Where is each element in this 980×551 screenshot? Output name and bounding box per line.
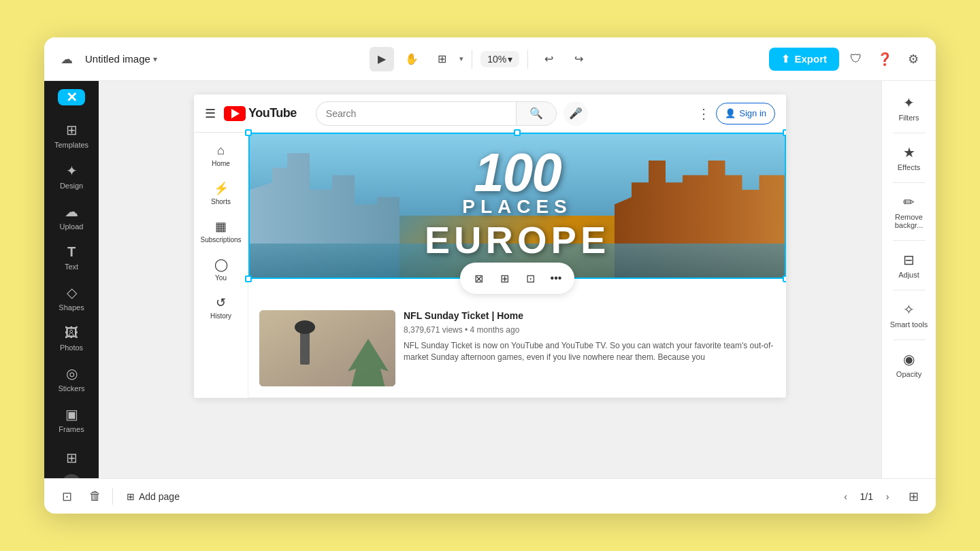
panel-divider4 — [893, 290, 926, 290]
zoom-control[interactable]: 10% ▾ — [480, 51, 519, 67]
page-copy-button[interactable]: ⊡ — [55, 485, 78, 508]
bottom-bar-right: ‹ 1/1 › ⊞ — [836, 485, 925, 508]
right-panel-effects[interactable]: ★ Effects — [885, 139, 934, 177]
yt-play-icon — [231, 109, 240, 118]
crop-tool-button[interactable]: ⊠ — [467, 267, 490, 290]
floating-toolbar: ⊠ ⊞ ⊡ ••• — [460, 263, 574, 294]
yt-mic-button[interactable]: 🎤 — [564, 101, 588, 126]
help-button[interactable]: ❓ — [873, 48, 896, 71]
more-tool-button[interactable]: ••• — [544, 267, 568, 290]
right-panel-filters[interactable]: ✦ Filters — [885, 89, 934, 127]
shield-button[interactable]: 🛡 — [845, 48, 868, 71]
yt-hamburger-icon[interactable]: ☰ — [205, 106, 216, 121]
right-panel-remove-bg[interactable]: ✏ Remove backgr... — [885, 188, 934, 235]
grid-tool-button[interactable]: ⊞ — [493, 267, 516, 290]
selection-handle-tm[interactable] — [514, 129, 521, 136]
panel-divider2 — [893, 182, 926, 183]
yt-nav-subscriptions[interactable]: ▦ Subscriptions — [197, 214, 246, 249]
sidebar-item-shapes[interactable]: ◇ Shapes — [48, 279, 95, 317]
yt-main: 100 Places Europe — [248, 133, 786, 398]
banner-selection[interactable]: 100 Places Europe — [248, 133, 786, 279]
select-tool-button[interactable]: ▶ — [370, 47, 394, 71]
yt-nav-home[interactable]: ⌂ Home — [197, 138, 246, 173]
page-indicator: 1/1 — [860, 491, 873, 502]
text-label: Text — [65, 263, 78, 271]
youtube-mockup: ☰ YouTube 🔍 🎤 ⋮ — [194, 95, 786, 398]
yt-history-icon: ↺ — [216, 295, 226, 310]
add-page-label: Add page — [139, 491, 180, 502]
sidebar-item-more[interactable]: ⊞ — [48, 444, 95, 471]
yt-you-label: You — [215, 274, 227, 282]
panel-divider — [893, 133, 926, 133]
wrap-tool-button[interactable]: ⊡ — [519, 267, 542, 290]
frames-label: Frames — [59, 425, 84, 433]
top-bar-right: ⬆ Export 🛡 ❓ ⚙ — [769, 48, 925, 71]
yt-you-icon: ◯ — [214, 257, 228, 272]
selection-handle-br[interactable] — [783, 276, 786, 282]
sidebar-item-upload[interactable]: ☁ Upload — [48, 198, 95, 236]
next-page-button[interactable]: › — [877, 486, 898, 507]
video-meta: 8,379,671 views • 4 months ago — [404, 325, 775, 335]
video-info: NFL Sunday Ticket | Home 8,379,671 views… — [404, 310, 775, 386]
selection-handle-tr[interactable] — [783, 129, 786, 136]
settings-button[interactable]: ⚙ — [902, 48, 925, 71]
templates-icon: ⊞ — [66, 122, 78, 138]
more-icon: ⊞ — [66, 450, 78, 466]
export-button[interactable]: ⬆ Export — [769, 48, 839, 71]
yt-nav: ⌂ Home ⚡ Shorts ▦ Subscriptions — [194, 133, 248, 398]
photos-icon: 🖼 — [65, 325, 78, 341]
yt-search-button[interactable]: 🔍 — [516, 101, 557, 126]
design-label: Design — [60, 182, 83, 190]
sidebar-item-stickers[interactable]: ◎ Stickers — [48, 360, 95, 398]
effects-icon: ★ — [903, 144, 915, 161]
effects-label: Effects — [898, 163, 920, 171]
selection-handle-tl[interactable] — [245, 129, 252, 136]
thumb-lampshade — [295, 320, 315, 334]
opacity-icon: ◉ — [903, 351, 915, 367]
layout-tool-button[interactable]: ⊞ — [429, 47, 454, 71]
layout-chevron-icon[interactable]: ▾ — [459, 54, 463, 63]
yt-nav-you[interactable]: ◯ You — [197, 252, 246, 287]
right-panel-opacity[interactable]: ◉ Opacity — [885, 346, 934, 384]
sidebar-item-templates[interactable]: ⊞ Templates — [48, 116, 95, 154]
top-bar: ☁ Untitled image ▾ ▶ ✋ ⊞ ▾ 10% ▾ ↩ ↪ ⬆ E… — [44, 37, 936, 81]
yt-search-input[interactable] — [316, 101, 516, 126]
undo-button[interactable]: ↩ — [536, 47, 561, 71]
cloud-save-button[interactable]: ☁ — [55, 48, 78, 71]
sidebar-item-photos[interactable]: 🖼 Photos — [48, 320, 95, 357]
right-panel-smart-tools[interactable]: ✧ Smart tools — [885, 296, 934, 334]
sidebar-bottom: ⊞ ▾ — [48, 444, 95, 478]
remove-bg-label: Remove backgr... — [889, 213, 930, 229]
sidebar-item-text[interactable]: T Text — [48, 239, 95, 276]
pages-overview-button[interactable]: ⊞ — [902, 485, 925, 508]
page-delete-button[interactable]: 🗑 — [84, 485, 107, 508]
upload-label: Upload — [60, 222, 84, 231]
smart-tools-label: Smart tools — [890, 320, 928, 329]
hand-tool-button[interactable]: ✋ — [399, 47, 424, 71]
sidebar-item-frames[interactable]: ▣ Frames — [48, 401, 95, 439]
yt-logo[interactable]: YouTube — [224, 106, 297, 121]
video-list-item[interactable]: NFL Sunday Ticket | Home 8,379,671 views… — [248, 299, 786, 398]
yt-home-icon: ⌂ — [217, 144, 225, 158]
banner-image: 100 Places Europe — [248, 133, 786, 279]
yt-nav-history[interactable]: ↺ History — [197, 290, 246, 325]
selection-handle-bl[interactable] — [245, 276, 252, 282]
sidebar-item-design[interactable]: ✦ Design — [48, 157, 95, 195]
upload-icon: ☁ — [65, 203, 78, 220]
canvas-area[interactable]: ☰ YouTube 🔍 🎤 ⋮ — [99, 81, 881, 478]
right-panel-adjust[interactable]: ⊟ Adjust — [885, 246, 934, 284]
yt-signin-button[interactable]: 👤 Sign in — [716, 103, 775, 124]
main-body: ✕ ⊞ Templates ✦ Design ☁ Upload T Text ◇… — [44, 81, 936, 478]
yt-signin-label: Sign in — [739, 108, 766, 118]
add-page-button[interactable]: ⊞ Add page — [118, 487, 188, 506]
prev-page-button[interactable]: ‹ — [836, 486, 856, 507]
yt-nav-shorts[interactable]: ⚡ Shorts — [197, 176, 246, 211]
yt-more-icon[interactable]: ⋮ — [697, 105, 710, 122]
app-window: ☁ Untitled image ▾ ▶ ✋ ⊞ ▾ 10% ▾ ↩ ↪ ⬆ E… — [44, 37, 936, 514]
opacity-label: Opacity — [896, 370, 921, 378]
banner-europe: Europe — [425, 218, 610, 262]
banner-number: 100 — [425, 150, 610, 196]
doc-title[interactable]: Untitled image ▾ — [85, 53, 157, 65]
video-title: NFL Sunday Ticket | Home — [404, 310, 775, 321]
redo-button[interactable]: ↪ — [566, 47, 591, 71]
